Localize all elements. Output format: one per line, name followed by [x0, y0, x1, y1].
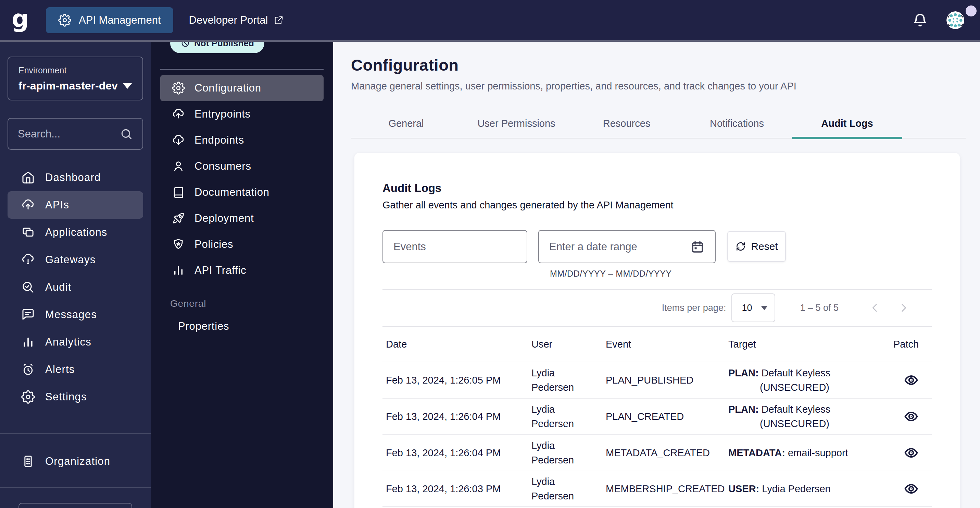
sidebar: Environment fr-apim-master-dev Search...…: [0, 42, 151, 508]
sidebar-item-messages[interactable]: Messages: [8, 301, 143, 328]
gravitee-logo[interactable]: g: [0, 7, 40, 31]
view-patch-button[interactable]: [901, 479, 921, 499]
divider: [0, 487, 151, 488]
chevron-left-icon: [869, 302, 881, 314]
sidebar-item-label: Audit: [45, 281, 72, 294]
cloud-upload-icon: [21, 198, 35, 212]
cell-user: Lydia Pedersen: [531, 402, 590, 431]
cell-user: Lydia Pedersen: [531, 474, 590, 503]
topbar: g API Management Developer Portal: [0, 0, 980, 42]
sidebar-item-label: Settings: [45, 391, 87, 403]
next-page-button[interactable]: [896, 300, 911, 315]
column-header-date: Date: [382, 339, 531, 350]
filters-row: Events Enter a date range Reset: [382, 230, 932, 263]
sidebar-item-alerts[interactable]: Alerts: [8, 356, 143, 383]
divider: [0, 433, 151, 434]
cloud-download-icon: [172, 134, 185, 147]
sidebar-item-dashboard[interactable]: Dashboard: [8, 164, 143, 191]
sidebar-item-apis[interactable]: APIs: [8, 191, 143, 219]
view-patch-button[interactable]: [901, 406, 921, 427]
view-patch-button[interactable]: [901, 443, 921, 463]
tabs: GeneralUser PermissionsResourcesNotifica…: [351, 109, 966, 139]
sidebar-item-gateways[interactable]: Gateways: [8, 246, 143, 273]
subnav-item-configuration[interactable]: Configuration: [160, 75, 324, 101]
app-root: g API Management Developer Portal Enviro…: [0, 0, 980, 508]
sidebar-item-audit[interactable]: Audit: [8, 273, 143, 301]
chevron-down-icon: [123, 83, 132, 89]
subnav-item-deployment[interactable]: Deployment: [160, 205, 324, 232]
sidebar-menu: DashboardAPIsApplicationsGatewaysAuditMe…: [0, 164, 151, 411]
cell-event: PLAN_PUBLISHED: [606, 375, 728, 386]
gear-icon: [21, 390, 35, 404]
tab-user-permissions[interactable]: User Permissions: [461, 109, 571, 138]
audit-logs-card: Audit Logs Gather all events and changes…: [355, 153, 960, 508]
sidebar-item-organization[interactable]: Organization: [8, 448, 143, 475]
search-input[interactable]: Search...: [8, 118, 143, 150]
cell-date: Feb 13, 2024, 1:26:04 PM: [382, 411, 531, 422]
tab-general[interactable]: General: [351, 109, 461, 138]
tab-audit-logs[interactable]: Audit Logs: [792, 109, 902, 138]
avatar[interactable]: [947, 11, 964, 29]
bell-icon[interactable]: [912, 12, 928, 28]
cell-target: PLAN: Default Keyless(UNSECURED): [728, 366, 893, 395]
refresh-icon: [735, 241, 746, 252]
building-icon: [21, 455, 35, 468]
gear-icon: [172, 81, 185, 94]
api-subnav-menu: ConfigurationEntrypointsEndpointsConsume…: [151, 75, 333, 283]
page-subtitle: Manage general settings, user permission…: [351, 81, 980, 92]
subnav-item-entrypoints[interactable]: Entrypoints: [160, 101, 324, 127]
pagination-row: Items per page: 10 1 – 5 of 5: [382, 290, 932, 327]
developer-portal-link[interactable]: Developer Portal: [189, 14, 284, 26]
tab-resources[interactable]: Resources: [571, 109, 682, 138]
external-link-icon: [274, 16, 283, 25]
organization-wrap: Organization: [0, 448, 151, 475]
items-per-page-label: Items per page:: [662, 303, 726, 313]
sidebar-item-settings[interactable]: Settings: [8, 383, 143, 411]
column-header-target: Target: [728, 339, 893, 350]
date-format-hint: MM/DD/YYYY – MM/DD/YYYY: [550, 269, 932, 279]
subnav-item-consumers[interactable]: Consumers: [160, 153, 324, 179]
subnav-item-label: API Traffic: [194, 264, 246, 276]
subnav-item-label: Deployment: [194, 212, 254, 225]
column-header-event: Event: [606, 339, 728, 350]
subnav-item-endpoints[interactable]: Endpoints: [160, 127, 324, 153]
subnav-item-label: Policies: [194, 238, 233, 251]
column-header-patch: Patch: [893, 339, 932, 350]
reset-button[interactable]: Reset: [727, 231, 786, 262]
subnav-item-api-traffic[interactable]: API Traffic: [160, 257, 324, 283]
gear-icon: [58, 14, 71, 27]
sidebar-item-label: Gateways: [45, 254, 95, 266]
cell-patch: [893, 479, 932, 499]
sidebar-item-analytics[interactable]: Analytics: [8, 328, 143, 356]
table-body: Feb 13, 2024, 1:26:05 PMLydia PedersenPL…: [382, 362, 932, 507]
cell-patch: [893, 443, 932, 463]
sidebar-item-applications[interactable]: Applications: [8, 219, 143, 246]
home-icon: [21, 171, 35, 184]
events-filter-placeholder: Events: [393, 241, 426, 253]
events-filter-select[interactable]: Events: [382, 230, 527, 263]
tab-notifications[interactable]: Notifications: [682, 109, 792, 138]
alarm-icon: [21, 363, 35, 376]
sidebar-item-label: Alerts: [45, 363, 75, 376]
eye-icon: [904, 445, 919, 460]
items-per-page-select[interactable]: 10: [732, 294, 775, 322]
divider: [160, 69, 324, 70]
subnav-item-policies[interactable]: Policies: [160, 232, 324, 257]
subnav-item-properties[interactable]: Properties: [178, 320, 333, 332]
applications-icon: [21, 225, 35, 239]
audit-logs-title: Audit Logs: [382, 182, 932, 195]
cell-user: Lydia Pedersen: [531, 438, 590, 467]
cloud-upload-icon: [172, 108, 185, 121]
date-range-input[interactable]: Enter a date range: [538, 230, 716, 263]
api-management-button[interactable]: API Management: [46, 7, 173, 33]
environment-value: fr-apim-master-dev: [19, 80, 118, 92]
view-patch-button[interactable]: [901, 370, 921, 390]
environment-select[interactable]: Environment fr-apim-master-dev: [8, 57, 143, 101]
rocket-icon: [172, 212, 185, 225]
subnav-item-label: Configuration: [194, 82, 261, 94]
cell-target: USER: Lydia Pedersen: [728, 482, 893, 496]
previous-page-button[interactable]: [867, 300, 882, 315]
subnav-item-documentation[interactable]: Documentation: [160, 179, 324, 205]
calendar-icon[interactable]: [690, 240, 705, 254]
collapse-menu-button[interactable]: Collapse menu: [19, 503, 132, 508]
